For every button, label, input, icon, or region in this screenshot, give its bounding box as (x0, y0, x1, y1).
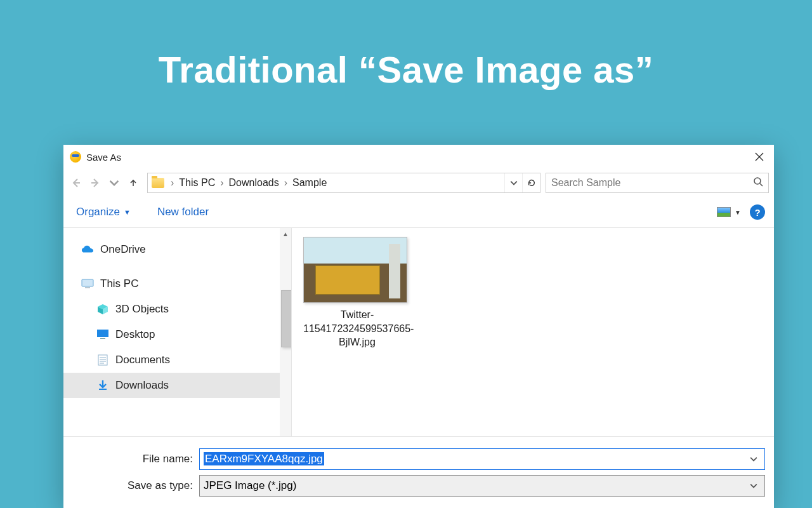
pc-icon (81, 278, 94, 290)
new-folder-label: New folder (157, 206, 209, 218)
titlebar: Save As (63, 145, 774, 169)
chevron-down-icon: ▼ (735, 209, 741, 216)
svg-rect-5 (98, 355, 107, 365)
svg-rect-4 (100, 338, 105, 339)
breadcrumb-downloads[interactable]: Downloads (226, 177, 282, 189)
organize-label: Organize (76, 206, 120, 218)
up-button[interactable] (124, 174, 142, 192)
tree-desktop[interactable]: Desktop (63, 322, 291, 347)
file-thumbnail (303, 237, 407, 303)
tree-documents[interactable]: Documents (63, 347, 291, 373)
chevron-down-icon (750, 482, 757, 490)
view-menu[interactable]: ▼ (717, 207, 741, 217)
filename-input[interactable]: EARxm9FXYAA8qqz.jpg (199, 448, 765, 470)
search-icon (753, 177, 763, 189)
type-dropdown[interactable] (747, 476, 761, 496)
back-button[interactable] (67, 174, 85, 192)
desktop-icon (96, 329, 109, 340)
organize-menu[interactable]: Organize ▼ (72, 203, 134, 221)
toolbar: Organize ▼ New folder ▼ ? (63, 197, 774, 227)
tree-label: Documents (115, 354, 170, 366)
search-input[interactable] (551, 177, 753, 189)
close-button[interactable] (745, 145, 774, 169)
recent-locations-button[interactable] (105, 174, 123, 192)
tree-this-pc[interactable]: This PC (63, 271, 291, 297)
tree-label: This PC (100, 277, 138, 290)
breadcrumb-sep: › (282, 177, 290, 189)
tree-scrollbar[interactable]: ▲ (280, 228, 291, 436)
app-icon (70, 151, 81, 163)
save-as-type-value: JPEG Image (*.jpg) (204, 479, 747, 492)
navigation-bar: › This PC › Downloads › Sample (63, 169, 774, 197)
breadcrumb-sep: › (218, 177, 226, 189)
chevron-down-icon: ▼ (124, 208, 131, 216)
refresh-button[interactable] (522, 173, 540, 192)
promo-headline: Traditional “Save Image as” (0, 0, 812, 91)
svg-point-0 (754, 178, 761, 184)
tree-label: 3D Objects (115, 303, 169, 316)
tree-label: OneDrive (100, 243, 146, 256)
save-form: File name: EARxm9FXYAA8qqz.jpg Save as t… (63, 436, 774, 508)
breadcrumb-sep: › (168, 177, 176, 189)
cube-icon (96, 304, 109, 315)
address-dropdown[interactable] (504, 173, 522, 192)
help-button[interactable]: ? (750, 204, 765, 220)
filename-value: EARxm9FXYAA8qqz.jpg (204, 452, 324, 465)
file-item[interactable]: Twitter-1154172324599537665-BjlW.jpg (303, 237, 411, 349)
folder-content[interactable]: Twitter-1154172324599537665-BjlW.jpg (292, 228, 774, 436)
save-as-dialog: Save As › This PC › Downloads › Sample (63, 145, 774, 508)
scroll-thumb[interactable] (281, 290, 292, 347)
tree-3d-objects[interactable]: 3D Objects (63, 297, 291, 322)
svg-rect-1 (82, 279, 93, 286)
onedrive-icon (81, 244, 94, 255)
close-icon (755, 152, 764, 161)
view-icon (717, 207, 731, 217)
dialog-title: Save As (86, 152, 121, 163)
tree-label: Downloads (115, 379, 169, 392)
save-as-type-select[interactable]: JPEG Image (*.jpg) (199, 475, 765, 497)
arrow-left-icon (71, 178, 81, 188)
new-folder-button[interactable]: New folder (154, 203, 213, 221)
tree-label: Desktop (115, 328, 155, 341)
address-bar[interactable]: › This PC › Downloads › Sample (147, 173, 540, 193)
arrow-up-icon (129, 178, 138, 187)
filename-dropdown[interactable] (747, 449, 761, 469)
folder-icon (152, 178, 164, 188)
chevron-down-icon (109, 178, 119, 188)
file-name: Twitter-1154172324599537665-BjlW.jpg (303, 308, 411, 349)
arrow-right-icon (90, 178, 100, 188)
svg-rect-6 (99, 389, 107, 390)
chevron-down-icon (750, 455, 757, 463)
refresh-icon (527, 178, 536, 187)
forward-button[interactable] (86, 174, 104, 192)
svg-rect-3 (97, 330, 108, 337)
search-box[interactable] (546, 173, 769, 193)
download-icon (96, 380, 109, 391)
breadcrumb-sample[interactable]: Sample (290, 177, 329, 189)
tree-downloads[interactable]: Downloads (63, 373, 291, 398)
scroll-up-icon[interactable]: ▲ (280, 228, 291, 239)
navigation-tree: OneDrive This PC 3D Objects Desktop (63, 228, 292, 436)
document-icon (96, 354, 109, 366)
save-as-type-label: Save as type: (72, 479, 199, 492)
filename-label: File name: (72, 453, 199, 465)
chevron-down-icon (510, 179, 518, 187)
svg-rect-2 (85, 287, 90, 288)
tree-onedrive[interactable]: OneDrive (63, 237, 291, 262)
breadcrumb-root[interactable]: This PC (176, 177, 218, 189)
